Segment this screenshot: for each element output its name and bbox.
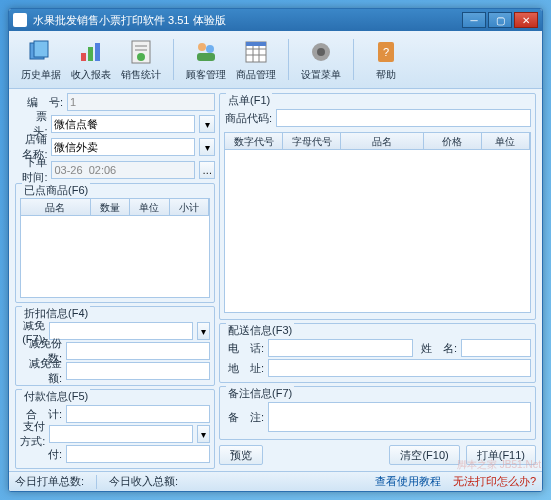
action-buttons: 预览 清空(F10) 打单(F11) xyxy=(219,443,536,467)
paymethod-label: 支付方式: xyxy=(20,419,45,449)
col-qty[interactable]: 数量 xyxy=(91,199,130,215)
total-field[interactable] xyxy=(66,405,210,423)
app-icon xyxy=(13,13,27,27)
code-field[interactable] xyxy=(276,109,531,127)
discount-panel: 折扣信息(F4) 减免(F7): ▾ 减免份数: 减免金额: xyxy=(15,306,215,386)
col-price[interactable]: 价格 xyxy=(424,133,482,149)
maximize-button[interactable]: ▢ xyxy=(488,12,512,28)
help-button[interactable]: ? 帮助 xyxy=(362,35,410,84)
svg-point-19 xyxy=(317,48,325,56)
remark-legend: 备注信息(F7) xyxy=(226,386,294,401)
tutorial-link[interactable]: 查看使用教程 xyxy=(375,474,441,489)
ticket-legend: 点单(F1) xyxy=(226,93,272,108)
app-window: 水果批发销售小票打印软件 3.51 体验版 ─ ▢ ✕ 历史单据 收入报表 销售… xyxy=(8,8,543,492)
serial-label: 编 号: xyxy=(15,95,63,110)
gear-icon xyxy=(307,38,335,66)
ticket-grid-body[interactable] xyxy=(224,150,531,313)
svg-rect-3 xyxy=(88,47,93,61)
svg-rect-17 xyxy=(246,42,266,46)
waive-field[interactable] xyxy=(49,322,193,340)
discount-legend: 折扣信息(F4) xyxy=(22,306,90,321)
goods-button[interactable]: 商品管理 xyxy=(232,35,280,84)
custname-field[interactable] xyxy=(461,339,531,357)
col-pname[interactable]: 品名 xyxy=(341,133,424,149)
payment-panel: 付款信息(F5) 合 计: 支付方式: ▾ 付: xyxy=(15,389,215,469)
shop-dropdown-button[interactable]: ▾ xyxy=(199,138,215,156)
grid-icon xyxy=(242,38,270,66)
main-area: 编 号: 票 头: ▾ 店铺名称: ▾ 下单时间: … 已点商品(F6) xyxy=(9,89,542,471)
waive-qty-field[interactable] xyxy=(66,342,210,360)
remark-panel: 备注信息(F7) 备 注: xyxy=(219,386,536,440)
statusbar: 今日打单总数: 今日收入总额: 查看使用教程 无法打印怎么办? xyxy=(9,471,542,491)
custname-label: 姓 名: xyxy=(417,341,457,356)
ordered-grid-body[interactable] xyxy=(20,216,210,298)
users-icon xyxy=(192,38,220,66)
help-book-icon: ? xyxy=(372,38,400,66)
code-label: 商品代码: xyxy=(224,111,272,126)
history-button[interactable]: 历史单据 xyxy=(17,35,65,84)
print-button[interactable]: 打单(F11) xyxy=(466,445,536,465)
toolbar: 历史单据 收入报表 销售统计 顾客管理 商品管理 xyxy=(9,31,542,89)
svg-point-9 xyxy=(198,43,206,51)
window-title: 水果批发销售小票打印软件 3.51 体验版 xyxy=(33,13,462,28)
svg-text:?: ? xyxy=(383,46,389,58)
report-icon xyxy=(127,38,155,66)
waive-amount-field[interactable] xyxy=(66,362,210,380)
phone-label: 电 话: xyxy=(224,341,264,356)
waive-amount-label: 减免金额: xyxy=(20,356,62,386)
ordered-grid-header: 品名 数量 单位 小计 xyxy=(20,198,210,216)
ticket-field[interactable] xyxy=(51,115,195,133)
ticket-panel: 点单(F1) 商品代码: 数字代号 字母代号 品名 价格 单位 xyxy=(219,93,536,320)
ordered-legend: 已点商品(F6) xyxy=(22,183,90,198)
col-numcode[interactable]: 数字代号 xyxy=(225,133,283,149)
col-name[interactable]: 品名 xyxy=(21,199,91,215)
settings-button[interactable]: 设置菜单 xyxy=(297,35,345,84)
paynote-label: 付: xyxy=(20,447,62,462)
documents-icon xyxy=(27,38,55,66)
addr-field[interactable] xyxy=(268,359,531,377)
paynote-field[interactable] xyxy=(66,445,210,463)
payment-legend: 付款信息(F5) xyxy=(22,389,90,404)
clear-button[interactable]: 清空(F10) xyxy=(389,445,459,465)
svg-rect-1 xyxy=(34,41,48,57)
remark-field[interactable] xyxy=(268,402,531,432)
cantprint-link[interactable]: 无法打印怎么办? xyxy=(453,474,536,489)
paymethod-dropdown-button[interactable]: ▾ xyxy=(197,425,210,443)
svg-rect-11 xyxy=(197,53,215,61)
remark-label: 备 注: xyxy=(224,410,264,425)
right-column: 点单(F1) 商品代码: 数字代号 字母代号 品名 价格 单位 配送信息(F3)… xyxy=(219,93,536,467)
ordered-panel: 已点商品(F6) 品名 数量 单位 小计 xyxy=(15,183,215,303)
time-label: 下单时间: xyxy=(15,155,47,185)
status-revenue: 今日收入总额: xyxy=(109,474,178,489)
svg-point-8 xyxy=(137,53,145,61)
titlebar[interactable]: 水果批发销售小票打印软件 3.51 体验版 ─ ▢ ✕ xyxy=(9,9,542,31)
svg-rect-4 xyxy=(95,43,100,61)
col-alphacode[interactable]: 字母代号 xyxy=(283,133,341,149)
col-punit[interactable]: 单位 xyxy=(482,133,530,149)
ticket-dropdown-button[interactable]: ▾ xyxy=(199,115,215,133)
status-orders: 今日打单总数: xyxy=(15,474,84,489)
col-unit[interactable]: 单位 xyxy=(130,199,169,215)
left-column: 编 号: 票 头: ▾ 店铺名称: ▾ 下单时间: … 已点商品(F6) xyxy=(15,93,215,467)
paymethod-field[interactable] xyxy=(49,425,193,443)
addr-label: 地 址: xyxy=(224,361,264,376)
serial-field xyxy=(67,93,215,111)
stats-button[interactable]: 销售统计 xyxy=(117,35,165,84)
time-field xyxy=(51,161,195,179)
waive-dropdown-button[interactable]: ▾ xyxy=(197,322,210,340)
minimize-button[interactable]: ─ xyxy=(462,12,486,28)
col-subtotal[interactable]: 小计 xyxy=(170,199,209,215)
svg-rect-2 xyxy=(81,53,86,61)
customer-button[interactable]: 顾客管理 xyxy=(182,35,230,84)
delivery-legend: 配送信息(F3) xyxy=(226,323,294,338)
delivery-panel: 配送信息(F3) 电 话: 姓 名: 地 址: xyxy=(219,323,536,383)
bar-chart-icon xyxy=(77,38,105,66)
income-button[interactable]: 收入报表 xyxy=(67,35,115,84)
ticket-grid-header: 数字代号 字母代号 品名 价格 单位 xyxy=(224,132,531,150)
preview-button[interactable]: 预览 xyxy=(219,445,263,465)
svg-point-10 xyxy=(206,45,214,53)
close-button[interactable]: ✕ xyxy=(514,12,538,28)
phone-field[interactable] xyxy=(268,339,413,357)
time-picker-button[interactable]: … xyxy=(199,161,215,179)
shop-field[interactable] xyxy=(51,138,195,156)
